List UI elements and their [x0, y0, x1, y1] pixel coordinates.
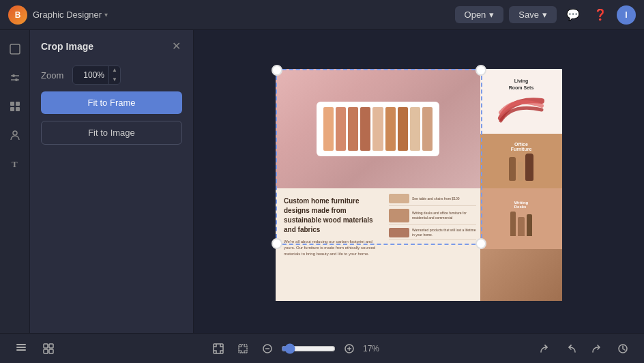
sidebar-icon-select[interactable]: [3, 37, 27, 61]
topbar: B Graphic Designer ▾ Open ▾ Save ▾ 💬 ❓ I: [0, 0, 644, 30]
svg-rect-19: [239, 345, 247, 353]
lipstick-strokes-icon: [497, 91, 545, 125]
svg-rect-15: [49, 344, 53, 348]
crop-panel: Crop Image ✕ Zoom ▲ ▼ Fit to Frame Fit t…: [30, 30, 194, 333]
furniture-item: See table and chairs from $100: [389, 194, 476, 206]
main-area: T Crop Image ✕ Zoom ▲ ▼ Fit to Frame Fit…: [0, 30, 644, 333]
chevron-down-icon: ▾: [542, 10, 547, 20]
writing-desks-section: WritingDesks: [480, 188, 562, 249]
close-button[interactable]: ✕: [171, 40, 182, 53]
zoom-out-button[interactable]: [258, 339, 277, 358]
bottombar-center: 17%: [209, 339, 385, 358]
design-bottom-middle: See table and chairs from $100 Writing d…: [385, 188, 480, 301]
design-bottom: Custom home furniture designs made from …: [276, 188, 562, 301]
zoom-input[interactable]: [73, 70, 108, 80]
furniture-item: Writing desks and office furniture for r…: [389, 209, 476, 225]
svg-rect-12: [16, 349, 26, 351]
left-sidebar: T: [0, 30, 30, 333]
zoom-input-wrapper: ▲ ▼: [72, 66, 121, 85]
svg-rect-7: [10, 107, 14, 111]
zoom-down-button[interactable]: ▼: [109, 75, 120, 85]
zoom-in-button[interactable]: [340, 339, 359, 358]
help-icon[interactable]: ❓: [589, 4, 611, 26]
design-bottom-left: Custom home furniture designs made from …: [276, 188, 385, 301]
sidebar-icon-grid[interactable]: [3, 94, 27, 119]
bottombar-left: [11, 338, 59, 359]
bottombar-right: [535, 338, 633, 359]
svg-rect-13: [16, 344, 26, 345]
grid-view-button[interactable]: [38, 338, 59, 359]
sidebar-icon-text[interactable]: T: [3, 151, 27, 176]
open-button[interactable]: Open ▾: [455, 6, 504, 23]
crop-panel-body: Zoom ▲ ▼ Fit to Frame Fit to Image: [30, 60, 193, 156]
svg-rect-18: [214, 344, 223, 353]
chevron-down-icon: ▾: [104, 11, 108, 18]
svg-rect-11: [16, 347, 26, 348]
fit-selection-button[interactable]: [233, 339, 252, 358]
zoom-label: Zoom: [41, 70, 65, 81]
zoom-slider[interactable]: [281, 343, 336, 354]
crop-panel-header: Crop Image ✕: [30, 30, 193, 60]
cosmetics-visual: [504, 154, 538, 181]
svg-text:T: T: [12, 159, 18, 169]
svg-rect-16: [44, 349, 48, 353]
svg-point-3: [12, 74, 15, 77]
living-room-section: LivingRoom Sets: [480, 69, 562, 134]
zoom-controls: 17%: [258, 339, 385, 358]
svg-point-9: [13, 131, 17, 135]
redo-alt-button[interactable]: [535, 338, 555, 359]
layers-button[interactable]: [11, 338, 31, 359]
fit-to-frame-button[interactable]: Fit to Frame: [41, 91, 182, 114]
undo-button[interactable]: [561, 338, 581, 359]
app-name-dropdown[interactable]: Graphic Designer ▾: [33, 10, 108, 20]
chevron-down-icon: ▾: [489, 10, 494, 20]
palette-section: [276, 69, 480, 188]
zoom-spinner: ▲ ▼: [108, 66, 120, 85]
svg-rect-6: [16, 102, 20, 106]
redo-button[interactable]: [587, 338, 607, 359]
zoom-percent-label: 17%: [363, 344, 385, 353]
zoom-row: Zoom ▲ ▼: [41, 66, 182, 85]
bottom-image: [480, 249, 562, 302]
save-button[interactable]: Save ▾: [509, 6, 557, 23]
fit-to-image-button[interactable]: Fit to Image: [41, 121, 182, 145]
furniture-item: Warrantied products that will last a lif…: [389, 228, 476, 240]
canvas-area[interactable]: LivingRoom Sets OfficeFurniture: [194, 30, 644, 333]
comments-icon[interactable]: 💬: [562, 4, 584, 26]
fit-page-button[interactable]: [209, 339, 228, 358]
app-logo[interactable]: B: [8, 5, 27, 25]
sidebar-icon-people[interactable]: [3, 123, 27, 147]
zoom-up-button[interactable]: ▲: [109, 66, 120, 75]
sidebar-icon-adjust[interactable]: [3, 66, 27, 90]
avatar[interactable]: I: [617, 5, 636, 25]
design-bottom-right: WritingDesks: [480, 188, 562, 301]
svg-rect-14: [44, 344, 48, 348]
bottombar: 17%: [0, 333, 644, 363]
svg-rect-17: [49, 349, 53, 353]
svg-rect-8: [16, 107, 20, 111]
history-button[interactable]: [613, 338, 633, 359]
design-canvas: LivingRoom Sets OfficeFurniture: [276, 55, 562, 308]
crop-panel-title: Crop Image: [41, 41, 93, 52]
office-furniture-section: OfficeFurniture: [480, 134, 562, 188]
makeup-palette: [317, 102, 439, 156]
svg-rect-0: [10, 44, 20, 54]
svg-rect-5: [10, 102, 14, 106]
svg-point-4: [15, 78, 18, 81]
